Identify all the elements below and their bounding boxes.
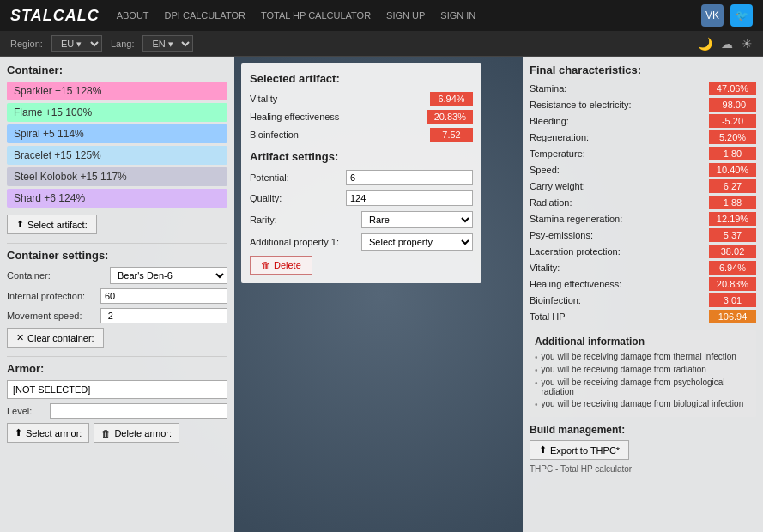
potential-row: Potential:: [250, 170, 473, 185]
final-characteristics-title: Final characteristics:: [530, 63, 756, 76]
final-stat-value: 1.88: [709, 196, 756, 209]
final-stat-value: 10.40%: [709, 163, 756, 177]
final-stat-value: 12.19%: [709, 212, 756, 226]
movement-speed-label: Movement speed:: [7, 311, 100, 321]
list-item[interactable]: Flame +15 100%: [7, 103, 227, 122]
final-stat-label: Psy-emissions:: [530, 230, 709, 240]
export-icon: ⬆: [539, 444, 547, 456]
quality-row: Quality:: [250, 190, 473, 206]
list-item[interactable]: Bracelet +15 125%: [7, 146, 227, 165]
build-management-title: Build management:: [530, 424, 756, 436]
armor-input: [7, 380, 227, 399]
bioinfection-row: Bioinfection 7.52: [250, 128, 473, 142]
region-select[interactable]: EU ▾: [51, 35, 102, 52]
quality-input[interactable]: [346, 190, 473, 206]
healing-value: 20.83%: [427, 110, 473, 124]
additional-property-select[interactable]: Select property: [361, 233, 473, 251]
container-setting-row: Container: Bear's Den-6: [7, 267, 227, 284]
rarity-row: Rarity: Rare: [250, 211, 473, 228]
healing-row: Healing effectiveness 20.83%: [250, 110, 473, 124]
container-settings-title: Container settings:: [7, 249, 227, 262]
internal-protection-input[interactable]: [100, 288, 227, 304]
final-stat-value: -98.00: [709, 98, 756, 112]
upload-icon: ⬆: [15, 427, 22, 438]
select-armor-button[interactable]: ⬆ Select armor:: [7, 423, 89, 443]
potential-input[interactable]: [346, 170, 473, 185]
vitality-label: Vitality: [250, 94, 430, 104]
movement-speed-row: Movement speed:: [7, 308, 227, 323]
final-stat-label: Speed:: [530, 165, 709, 175]
info-item: • you will be receiving damage from psyc…: [535, 378, 751, 396]
final-stat-label: Laceration protection:: [530, 246, 709, 257]
final-stat-row: Regeneration: 5.20%: [530, 130, 756, 144]
armor-buttons: ⬆ Select armor: 🗑 Delete armor:: [7, 423, 227, 443]
sun-icon[interactable]: ☀: [742, 37, 753, 51]
nav-icons: VK 🐦: [701, 4, 753, 27]
final-stat-row: Carry weight: 6.27: [530, 179, 756, 193]
info-item: • you will be receiving damage from radi…: [535, 365, 751, 375]
bullet-icon: •: [535, 400, 538, 409]
additional-property-label: Additional property 1:: [250, 237, 361, 247]
cloud-icon[interactable]: ☁: [721, 37, 733, 51]
logo: STALCALC: [10, 7, 100, 25]
final-stat-label: Temperature:: [530, 148, 709, 159]
final-stat-value: 6.94%: [709, 261, 756, 275]
upload-icon: ⬆: [16, 219, 24, 230]
lang-select[interactable]: EN ▾: [142, 35, 193, 52]
nav-signup[interactable]: SIGN UP: [386, 10, 425, 21]
delete-armor-button[interactable]: 🗑 Delete armor:: [94, 423, 179, 443]
final-stat-row: Healing effectiveness: 20.83%: [530, 277, 756, 291]
internal-protection-label: Internal protection:: [7, 291, 100, 301]
vitality-value: 6.94%: [430, 92, 473, 106]
nav-signin[interactable]: SIGN IN: [440, 10, 475, 21]
bullet-icon: •: [535, 366, 538, 375]
middle-panel: Selected artifact: Vitality 6.94% Healin…: [234, 57, 523, 532]
selected-artifact-title: Selected artifact:: [250, 72, 473, 85]
list-item[interactable]: Shard +6 124%: [7, 189, 227, 208]
list-item[interactable]: Sparkler +15 128%: [7, 82, 227, 100]
vk-button[interactable]: VK: [701, 4, 724, 27]
final-stat-value: -5.20: [709, 114, 756, 128]
twitter-button[interactable]: 🐦: [730, 4, 753, 27]
nav-about[interactable]: ABOUT: [117, 10, 149, 21]
final-stat-value: 47.06%: [709, 82, 756, 95]
final-stat-label: Bleeding:: [530, 116, 709, 126]
export-thpc-button[interactable]: ⬆ Export to THPC*: [530, 440, 629, 460]
nav-dpi-calc[interactable]: DPI CALCULATOR: [165, 10, 245, 21]
moon-icon[interactable]: 🌙: [698, 37, 712, 51]
final-stat-label: Carry weight:: [530, 181, 709, 191]
container-label: Container:: [7, 270, 110, 281]
bullet-icon: •: [535, 378, 538, 388]
armor-level-row: Level:: [7, 403, 227, 419]
select-artifact-button[interactable]: ⬆ Select artifact:: [7, 215, 97, 234]
list-item[interactable]: Spiral +5 114%: [7, 124, 227, 143]
final-stat-row: Resistance to electricity: -98.00: [530, 98, 756, 112]
clear-icon: ✕: [16, 332, 24, 343]
region-label: Region:: [10, 39, 43, 49]
container-select[interactable]: Bear's Den-6: [110, 267, 227, 284]
armor-level-input[interactable]: [50, 403, 227, 419]
additional-property-row: Additional property 1: Select property: [250, 233, 473, 251]
sub-nav: Region: EU ▾ Lang: EN ▾ 🌙 ☁ ☀: [0, 31, 763, 57]
lang-label: Lang:: [111, 39, 135, 49]
total-hp-label: Total HP: [530, 311, 709, 322]
final-stat-label: Bioinfection:: [530, 295, 709, 305]
healing-label: Healing effectiveness: [250, 112, 427, 122]
movement-speed-input[interactable]: [100, 308, 227, 323]
bioinfection-value: 7.52: [430, 128, 473, 142]
clear-container-button[interactable]: ✕ Clear container:: [7, 328, 104, 348]
final-stat-row: Bioinfection: 3.01: [530, 293, 756, 307]
final-stat-label: Stamina:: [530, 83, 709, 94]
delete-artifact-button[interactable]: 🗑 Delete: [250, 256, 312, 275]
artifact-list: Sparkler +15 128% Flame +15 100% Spiral …: [7, 82, 227, 208]
artifact-card: Selected artifact: Vitality 6.94% Healin…: [241, 63, 481, 283]
final-stat-row: Vitality: 6.94%: [530, 261, 756, 275]
internal-protection-row: Internal protection:: [7, 288, 227, 304]
rarity-select[interactable]: Rare: [361, 211, 473, 228]
final-stat-row: Stamina: 47.06%: [530, 82, 756, 95]
nav-totalhp-calc[interactable]: TOTAL HP CALCULATOR: [261, 10, 371, 21]
vitality-row: Vitality 6.94%: [250, 92, 473, 106]
list-item[interactable]: Steel Kolobok +15 117%: [7, 167, 227, 186]
total-hp-value: 106.94: [709, 310, 756, 323]
final-stat-value: 5.20%: [709, 130, 756, 144]
